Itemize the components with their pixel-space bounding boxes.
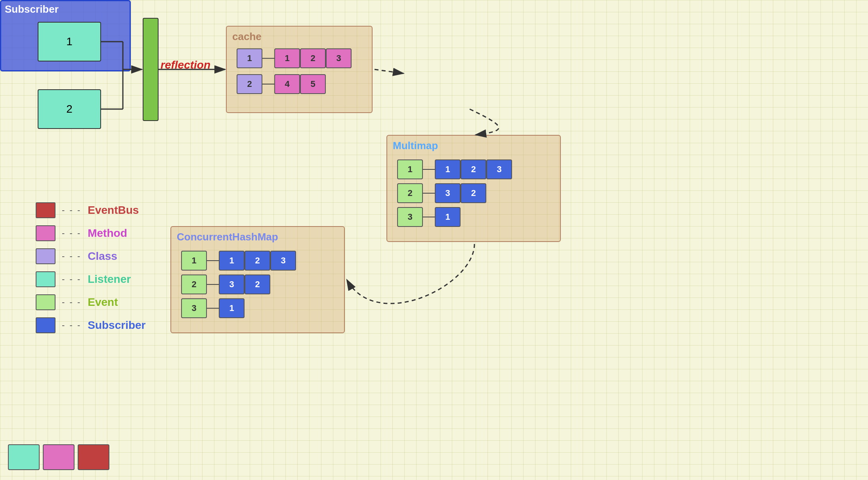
reflection-label: reflection [161,59,210,71]
chm-container: ConcurrentHashMap 1 1 2 3 2 3 2 3 1 [170,226,345,333]
legend-class-box [36,248,55,264]
chm-r1-v2: 2 [245,251,270,271]
green-bar [143,18,159,121]
legend-eventbus: - - - EventBus [36,202,145,218]
mm-r1-key: 1 [397,159,423,179]
mm-r2-v1: 3 [435,183,461,203]
cache-row1-key: 1 [237,48,262,68]
cache-row2-key: 2 [237,74,262,94]
legend-event: - - - Event [36,294,145,310]
legend: - - - EventBus - - - Method - - - Class … [36,202,145,340]
chm-r1-v3: 3 [270,251,296,271]
subscriber-title: Subscriber [5,3,59,15]
legend-listener: - - - Listener [36,271,145,287]
legend-listener-dash: - - - [62,274,81,284]
cache-title: cache [232,31,262,43]
legend-subscriber: - - - Subscriber [36,317,145,333]
node-2-label: 2 [66,103,73,115]
node-1: 1 [38,22,101,61]
multimap-title: Multimap [393,140,438,152]
svg-line-8 [375,69,403,73]
legend-method-dash: - - - [62,228,81,238]
legend-subscriber-label: Subscriber [88,319,145,332]
chm-r1-v1: 1 [219,251,245,271]
sub-cell-red [78,444,109,470]
sub-cell-teal [8,444,40,470]
cache-row1-v1: 1 [274,48,300,68]
mm-r1-v1: 1 [435,159,461,179]
cache-row2-v1: 4 [274,74,300,94]
chm-title: ConcurrentHashMap [177,231,278,243]
legend-method-box [36,225,55,241]
cache-row1-v3: 3 [326,48,352,68]
mm-r2-key: 2 [397,183,423,203]
legend-event-box [36,294,55,310]
cache-row2-v2: 5 [300,74,326,94]
chm-r3-key: 3 [181,298,207,318]
legend-listener-box [36,271,55,287]
cache-row1-v2: 2 [300,48,326,68]
node-2: 2 [38,89,101,129]
chm-r2-v1: 3 [219,275,245,294]
sub-cell-pink [43,444,75,470]
mm-r3-v1: 1 [435,207,461,227]
node-1-label: 1 [66,35,73,48]
mm-r1-v3: 3 [486,159,512,179]
cache-container: cache 1 1 2 3 2 4 5 [226,26,373,113]
legend-eventbus-dash: - - - [62,205,81,215]
multimap-container: Multimap 1 1 2 3 2 3 2 3 1 [386,135,561,242]
legend-event-label: Event [88,296,118,309]
chm-r2-v2: 2 [245,275,270,294]
mm-r2-v2: 2 [461,183,486,203]
legend-subscriber-dash: - - - [62,320,81,330]
chm-r3-v1: 1 [219,298,245,318]
legend-class: - - - Class [36,248,145,264]
mm-r3-key: 3 [397,207,423,227]
legend-listener-label: Listener [88,273,131,286]
legend-subscriber-box [36,317,55,333]
legend-class-label: Class [88,250,117,263]
chm-r2-key: 2 [181,275,207,294]
legend-class-dash: - - - [62,251,81,261]
legend-eventbus-box [36,202,55,218]
legend-method: - - - Method [36,225,145,241]
legend-method-label: Method [88,227,127,240]
chm-r1-key: 1 [181,251,207,271]
mm-r1-v2: 2 [461,159,486,179]
legend-event-dash: - - - [62,297,81,307]
legend-eventbus-label: EventBus [88,204,139,217]
